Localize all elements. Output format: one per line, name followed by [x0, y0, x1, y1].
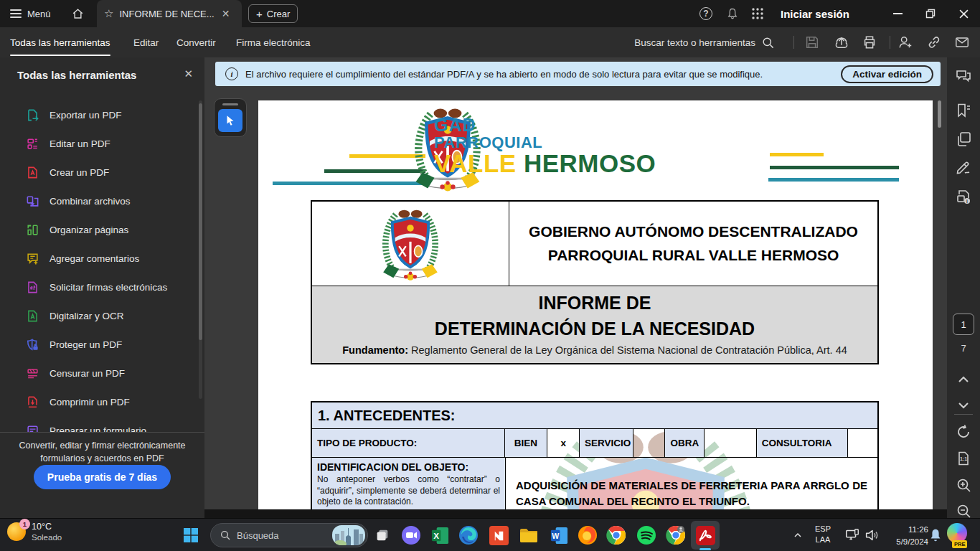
- previous-page-icon[interactable]: [955, 371, 972, 388]
- notification-center-button[interactable]: [924, 524, 947, 547]
- sidebar-item-preparar-formulario[interactable]: Preparar un formulario: [0, 416, 194, 432]
- language-indicator[interactable]: ESP LAA: [815, 524, 831, 546]
- tray-overflow-button[interactable]: [786, 524, 809, 547]
- pdfa-notice-bar: i El archivo requiere el cumplimiento de…: [215, 62, 941, 86]
- menu-button[interactable]: Menú: [10, 0, 51, 27]
- sidebar-scrollbar-thumb[interactable]: [199, 103, 202, 340]
- sidebar-item-comprimir-pdf[interactable]: Comprimir un PDF: [0, 387, 194, 416]
- app-nitro-pdf[interactable]: [487, 524, 510, 547]
- rotate-page-icon[interactable]: [955, 423, 972, 441]
- document-tab[interactable]: ☆ INFORME DE NECE... ✕: [97, 0, 242, 27]
- task-view-icon: [374, 527, 390, 543]
- windows-logo-icon: [183, 527, 199, 543]
- table-coat-of-arms: [365, 207, 456, 281]
- app-file-explorer[interactable]: [517, 524, 540, 547]
- sign-in-button[interactable]: Iniciar sesión: [781, 0, 849, 27]
- app-chrome[interactable]: [605, 524, 628, 547]
- app-edge[interactable]: [457, 524, 480, 547]
- tab-todas-las-herramientas[interactable]: Todas las herramientas: [10, 27, 110, 57]
- app-firefox[interactable]: [576, 524, 599, 547]
- sidebar-item-combinar-archivos[interactable]: Combinar archivos: [0, 187, 194, 215]
- tab-title: INFORME DE NECE...: [119, 9, 214, 19]
- zoom-in-icon[interactable]: [955, 476, 972, 494]
- volume-button[interactable]: [860, 524, 883, 547]
- next-page-icon[interactable]: [955, 397, 972, 414]
- close-window-button[interactable]: [947, 0, 980, 27]
- enable-editing-button[interactable]: Activar edición: [841, 65, 933, 83]
- app-spotify[interactable]: [635, 524, 658, 547]
- weather-widget[interactable]: 1 10°C Soleado: [7, 522, 62, 542]
- brand-line-green-right: [770, 166, 899, 169]
- app-chrome-profile[interactable]: [664, 524, 687, 547]
- sidebar-item-digitalizar-ocr[interactable]: Digitalizar y OCR: [0, 301, 194, 330]
- firefox-icon: [578, 525, 598, 545]
- tab-firma-electronica[interactable]: Firma electrónica: [236, 27, 311, 57]
- bookmarks-panel-icon[interactable]: [955, 102, 972, 119]
- report-title-line2: DETERMINACIÓN DE LA NECESIDAD: [318, 316, 872, 342]
- sidebar-item-organizar-paginas[interactable]: Organizar páginas: [0, 215, 194, 244]
- pdf-page[interactable]: GAD PARROQUIAL VALLE HERMOSO GOBIERNO AU…: [258, 100, 933, 509]
- brand-line-teal-right: [768, 178, 899, 182]
- signature-panel-icon[interactable]: [955, 159, 972, 176]
- sidebar-item-censurar-pdf[interactable]: Censurar un PDF: [0, 359, 194, 387]
- print-icon[interactable]: [862, 34, 877, 50]
- app-word[interactable]: W: [547, 524, 570, 547]
- document-scrollbar-thumb[interactable]: [938, 100, 941, 128]
- help-button[interactable]: ?: [699, 0, 712, 27]
- notifications-button[interactable]: [726, 0, 739, 27]
- sidebar-item-exportar-pdf[interactable]: Exportar un PDF: [0, 100, 194, 129]
- mail-icon[interactable]: [954, 34, 970, 50]
- cursor-arrow-icon: [224, 114, 237, 127]
- close-icon: [959, 9, 969, 19]
- actual-size-icon[interactable]: 1:1: [955, 450, 972, 467]
- clock-widget[interactable]: 11:26 5/9/2024: [881, 524, 928, 547]
- app-video-chat[interactable]: [400, 524, 423, 547]
- save-icon[interactable]: [804, 34, 820, 50]
- tab-close-icon[interactable]: ✕: [220, 8, 232, 19]
- notification-badge: 1: [19, 519, 30, 529]
- minimize-button[interactable]: [881, 0, 914, 27]
- sidebar-item-crear-pdf[interactable]: Crear un PDF: [0, 158, 194, 187]
- sidebar-title: Todas las herramientas: [17, 69, 136, 81]
- servicio-mark-cell: [633, 429, 666, 457]
- chrome-icon: [606, 525, 626, 545]
- home-button[interactable]: [71, 0, 85, 27]
- promo-text: Convertir, editar y firmar electrónicame…: [10, 439, 194, 465]
- sidebar-item-proteger-pdf[interactable]: Proteger un PDF: [0, 330, 194, 359]
- app-excel[interactable]: X: [428, 524, 451, 547]
- select-tool-button[interactable]: [218, 109, 242, 132]
- comments-panel-icon[interactable]: [955, 67, 972, 85]
- zoom-out-icon[interactable]: [955, 502, 972, 519]
- waffle-grid-icon: [751, 7, 764, 20]
- share-upload-icon[interactable]: [834, 34, 849, 50]
- bell-icon: [726, 7, 739, 20]
- org-line2: PARROQUIAL RURAL VALLE HERMOSO: [548, 244, 839, 268]
- sidebar-close-icon[interactable]: ✕: [184, 67, 193, 80]
- restore-button[interactable]: [914, 0, 947, 27]
- tab-convertir[interactable]: Convertir: [176, 27, 216, 57]
- sidebar-item-editar-pdf[interactable]: Editar un PDF: [0, 129, 194, 158]
- apps-grid-button[interactable]: [751, 0, 764, 27]
- tab-editar[interactable]: Editar: [133, 27, 159, 57]
- tray-date: 5/9/2024: [881, 536, 928, 548]
- notice-text: El archivo requiere el cumplimiento del …: [245, 69, 763, 80]
- current-page-indicator[interactable]: 1: [953, 314, 974, 335]
- app-acrobat[interactable]: [694, 524, 717, 547]
- start-button[interactable]: [179, 524, 202, 547]
- floating-tool-palette[interactable]: [214, 98, 247, 137]
- link-icon[interactable]: [926, 34, 942, 50]
- add-person-icon[interactable]: [897, 34, 913, 50]
- star-icon[interactable]: ☆: [104, 7, 113, 20]
- task-view-button[interactable]: [371, 524, 394, 547]
- free-trial-button[interactable]: Prueba gratis de 7 días: [34, 465, 171, 489]
- search-highlight-image[interactable]: [332, 525, 365, 545]
- search-tools-button[interactable]: Buscar texto o herramientas: [634, 27, 775, 57]
- create-button[interactable]: + Crear: [248, 4, 298, 23]
- sidebar-item-agregar-comentarios[interactable]: Agregar comentarios: [0, 244, 194, 273]
- page-thumbnails-icon[interactable]: [955, 131, 972, 148]
- create-pdf-icon: [26, 166, 39, 179]
- taskbar-search-box[interactable]: Búsqueda: [210, 523, 368, 547]
- drag-handle[interactable]: [222, 103, 238, 105]
- attachments-info-icon[interactable]: i: [955, 188, 972, 205]
- sidebar-item-solicitar-firmas[interactable]: Solicitar firmas electrónicas: [0, 273, 194, 301]
